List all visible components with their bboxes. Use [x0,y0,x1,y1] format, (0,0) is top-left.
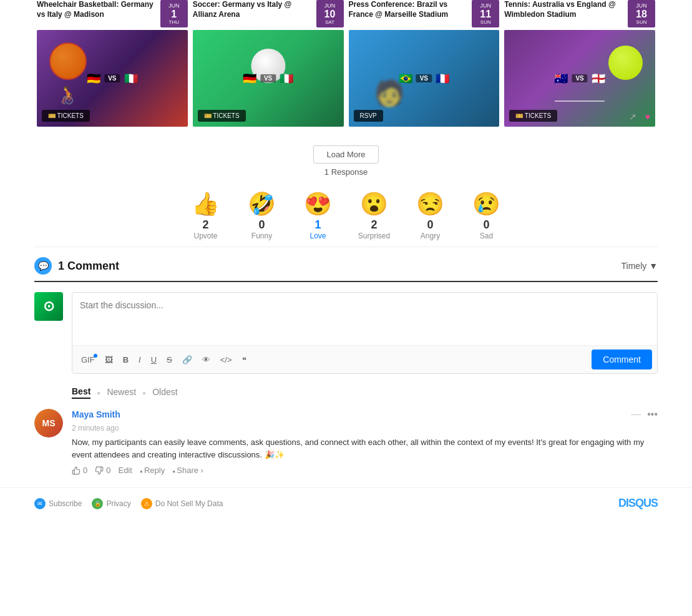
angry-count: 0 [427,219,433,230]
italic-button[interactable]: I [135,353,145,367]
tennis-ball-icon [608,46,643,80]
comment-submit-button[interactable]: Comment [592,350,652,369]
hide-button[interactable]: 👁 [198,353,214,367]
upvote-emoji: 👍 [192,193,220,215]
comment-edit-btn[interactable]: Edit [118,466,132,475]
underline-button[interactable]: U [147,353,160,367]
vs-badge-tennis: 🇦🇺 VS 🏴󠁧󠁢󠁥󠁮󠁧󠁿 [554,72,605,86]
reaction-angry[interactable]: 😒 0 Angry [402,193,459,240]
vs-badge-press: 🇧🇷 VS 🇫🇷 [399,72,449,86]
comment-reply-btn[interactable]: Reply [140,466,165,475]
vs-badge-basketball: 🇩🇪 VS 🇮🇹 [87,72,137,86]
event-image-tennis: 🇦🇺 VS 🏴󠁧󠁢󠁥󠁮󠁧󠁿 🎫 TICKETS ♥ ↗ [504,30,655,127]
comment-downvote-count: 0 [106,466,110,475]
surprised-emoji: 😮 [360,193,388,215]
sort-tabs-row: Best ● Newest ● Oldest [34,386,658,399]
comment-textarea[interactable] [72,293,657,343]
reaction-sad[interactable]: 😢 0 Sad [459,193,515,240]
sort-tab-oldest[interactable]: Oldest [152,387,177,398]
event-date-badge-press: JUN 11 SUN [472,0,499,27]
data-link[interactable]: ⚠ Do Not Sell My Data [141,498,223,509]
reaction-funny[interactable]: 🤣 0 Funny [234,193,290,240]
comment-dash: — [631,409,641,420]
comment-share-btn[interactable]: Share › [172,466,203,475]
reactions-section: 👍 2 Upvote 🤣 0 Funny 😍 1 Love 😮 2 Surpri… [34,180,658,247]
share-icon[interactable]: ↗ [629,112,636,122]
privacy-icon: 🔒 [92,498,103,509]
event-image-press: 🧑 🇧🇷 VS 🇫🇷 RSVP [349,30,500,127]
reaction-love[interactable]: 😍 1 Love [290,193,346,240]
image-button[interactable]: 🖼 [101,353,117,367]
disqus-icon: 💬 [34,257,52,275]
rsvp-btn-press[interactable]: RSVP [354,110,383,122]
reaction-upvote[interactable]: 👍 2 Upvote [178,193,234,240]
angry-label: Angry [421,232,440,240]
comment-toolbar: GIF 🖼 B I U S 🔗 👁 </> ❝ Comment [72,345,657,373]
event-title-basketball: Wheelchair Basketball: Germany vs Italy … [37,0,157,19]
comment-input-area: ⊙ GIF 🖼 B I U S 🔗 👁 </> ❝ Comment [34,292,658,374]
email-icon: ✉ [34,498,46,509]
sort-tab-newest[interactable]: Newest [107,387,136,398]
footer-left: ✉ Subscribe 🔒 Privacy ⚠ Do Not Sell My D… [34,498,223,509]
event-title-press: Press Conference: Brazil vs France @ Mar… [349,0,469,19]
tickets-btn-basketball[interactable]: 🎫 TICKETS [42,110,90,122]
link-button[interactable]: 🔗 [178,353,196,367]
sort-dot-1: ● [97,389,100,396]
basketball-icon [49,42,87,80]
commenter-name: Maya Smith [72,409,120,419]
tennis-net-icon [555,100,605,102]
angry-emoji: 😒 [416,193,444,215]
event-title-tennis: Tennis: Australia vs England @ Wimbledon… [504,0,624,19]
comment-time: 2 minutes ago [72,424,658,433]
event-card-basketball[interactable]: Wheelchair Basketball: Germany vs Italy … [37,0,188,127]
event-header-soccer: Soccer: Germany vs Italy @ Allianz Arena… [193,0,344,27]
comment-item: MS Maya Smith — ••• 2 minutes ago Now, m… [34,409,658,475]
comments-sort[interactable]: Timely ▼ [621,261,658,271]
surprised-label: Surprised [358,232,390,240]
sort-tab-best[interactable]: Best [72,386,90,399]
privacy-label: Privacy [106,499,130,508]
comments-section: 💬 1 Comment Timely ▼ ⊙ GIF 🖼 B I U S 🔗 👁… [34,247,658,475]
heart-icon[interactable]: ♥ [645,112,650,122]
love-emoji: 😍 [304,193,332,215]
event-card-soccer[interactable]: Soccer: Germany vs Italy @ Allianz Arena… [193,0,344,127]
data-icon: ⚠ [141,498,152,509]
gif-button[interactable]: GIF [77,353,99,367]
strikethrough-button[interactable]: S [163,353,176,367]
tickets-btn-tennis[interactable]: 🎫 TICKETS [509,110,557,122]
comments-header: 💬 1 Comment Timely ▼ [34,257,658,282]
funny-count: 0 [258,219,265,230]
event-title-soccer: Soccer: Germany vs Italy @ Allianz Arena [193,0,313,19]
comment-more-button[interactable]: ••• [647,409,658,420]
bold-button[interactable]: B [119,353,132,367]
events-row: Wheelchair Basketball: Germany vs Italy … [0,0,692,127]
comment-upvote-count: 0 [83,466,87,475]
responses-count: 1 Response [0,167,692,177]
event-card-tennis[interactable]: Tennis: Australia vs England @ Wimbledon… [504,0,655,127]
event-image-soccer: 🇩🇪 VS 🇮🇹 🎫 TICKETS [193,30,344,127]
tickets-btn-soccer[interactable]: 🎫 TICKETS [198,110,246,122]
comment-upvote-btn[interactable]: 0 [72,466,87,475]
sort-dot-2: ● [142,389,146,396]
upvote-label: Upvote [193,232,217,240]
privacy-link[interactable]: 🔒 Privacy [92,498,130,509]
wheelchair-icon: 🧑‍🦽 [56,84,77,105]
comment-downvote-btn[interactable]: 0 [95,466,110,475]
event-header-tennis: Tennis: Australia vs England @ Wimbledon… [504,0,655,27]
event-date-badge-basketball: JUN 1 THU [160,0,188,27]
quote-button[interactable]: ❝ [238,353,250,367]
code-button[interactable]: </> [217,353,236,367]
event-card-press[interactable]: Press Conference: Brazil vs France @ Mar… [349,0,500,127]
load-more-button[interactable]: Load More [313,145,378,164]
upvote-count: 2 [202,219,208,230]
event-date-badge-soccer: JUN 10 SAT [316,0,344,27]
data-label: Do Not Sell My Data [155,499,223,508]
funny-label: Funny [251,232,272,240]
reaction-surprised[interactable]: 😮 2 Surprised [346,193,402,240]
subscribe-link[interactable]: ✉ Subscribe [34,498,82,509]
funny-emoji: 🤣 [248,193,276,215]
load-more-section: Load More 1 Response [0,139,692,180]
comment-content: Maya Smith — ••• 2 minutes ago Now, my p… [72,409,658,475]
user-avatar-icon: ⊙ [43,298,54,315]
sort-label[interactable]: Timely ▼ [621,261,658,271]
